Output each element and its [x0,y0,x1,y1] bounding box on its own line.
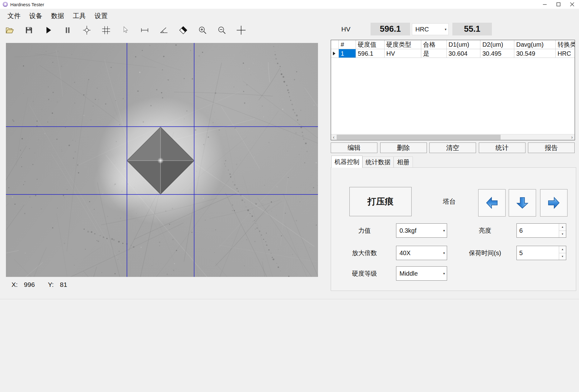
scroll-left-icon[interactable]: ‹ [331,134,336,140]
cell-hardness-value[interactable]: 596.1 [356,49,385,58]
angle-measure-icon[interactable] [159,26,169,35]
minimize-button[interactable] [538,0,552,9]
hardness-tester-window: Hardness Tester 文件 设备 数据 工具 设置 [0,0,579,392]
header-marker [331,40,339,49]
convert-unit-select[interactable]: HRC ▾ [412,23,449,35]
row-marker-icon [333,52,335,55]
menu-data[interactable]: 数据 [47,9,68,23]
pointer-icon[interactable] [121,26,130,35]
machine-control-panel: 打压痕 塔台 力值 0.3kgf ▾ 亮度 6 ▲ [331,167,576,291]
header-davg[interactable]: Davg(um) [514,40,556,49]
table-horizontal-scrollbar: ‹ › [331,134,575,140]
cell-convert-type[interactable]: HRC [556,49,575,58]
header-hardness-value[interactable]: 硬度值 [356,40,385,49]
app-icon [3,2,8,7]
indent-target-icon[interactable] [82,26,91,35]
turret-label: 塔台 [431,187,468,216]
spin-up-icon[interactable]: ▲ [559,246,566,253]
hardness-grade-label: 硬度等级 [343,266,385,281]
length-measure-icon[interactable] [140,26,149,35]
menu-device[interactable]: 设备 [25,9,47,23]
cell-pass[interactable]: 是 [421,49,447,58]
toolbar [5,23,246,37]
header-convert-type[interactable]: 转换类型 [556,40,575,49]
open-icon[interactable] [5,26,14,35]
turret-down-button[interactable] [509,189,536,217]
header-d2[interactable]: D2(um) [480,40,514,49]
specimen-image[interactable] [6,43,318,277]
arrow-left-icon [485,196,499,210]
measure-line-horizontal-1[interactable] [6,126,318,127]
force-value: 0.3kgf [399,224,416,237]
zoom-out-icon[interactable] [217,26,226,35]
cell-d2[interactable]: 30.495 [480,49,514,58]
magnification-value: 40X [399,246,411,260]
maximize-icon [556,2,561,7]
measure-line-horizontal-2[interactable] [6,194,318,195]
stage-coordinates: X: 996 Y: 81 [12,281,67,288]
statistics-button[interactable]: 统计 [479,142,525,153]
dwell-time-stepper[interactable]: 5 ▲ ▼ [516,246,566,260]
primary-unit-label: HV [341,26,350,33]
tab-album[interactable]: 相册 [394,156,413,167]
scrollbar-thumb[interactable] [337,135,501,140]
header-pass[interactable]: 合格 [421,40,447,49]
hardness-grade-select[interactable]: Middle ▾ [396,266,447,281]
measure-line-vertical-1[interactable] [127,43,127,277]
grid-icon[interactable] [101,26,111,35]
header-index[interactable]: # [339,40,356,49]
turret-right-button[interactable] [540,189,567,217]
header-d1[interactable]: D1(um) [447,40,481,49]
cell-index[interactable]: 1 [339,49,356,58]
maximize-button[interactable] [552,0,565,9]
report-button[interactable]: 报告 [528,142,575,153]
table-header-row: # 硬度值 硬度类型 合格 D1(um) D2(um) Davg(um) 转换类… [331,40,575,49]
zoom-in-icon[interactable] [198,26,207,35]
spin-buttons: ▲ ▼ [559,246,566,260]
brightness-label: 亮度 [462,223,508,238]
tab-machine-control[interactable]: 机器控制 [331,156,362,168]
converted-value-display: 55.1 [452,23,492,35]
spin-down-icon[interactable]: ▼ [559,253,566,260]
cell-hardness-type[interactable]: HV [385,49,421,58]
save-icon[interactable] [24,26,34,35]
scroll-right-icon[interactable]: › [569,134,575,140]
edit-button[interactable]: 编辑 [331,142,377,153]
measure-line-vertical-2[interactable] [194,43,194,277]
menu-bar: 文件 设备 数据 工具 设置 [0,9,579,23]
scrollbar-track[interactable] [336,134,569,140]
convert-unit-value: HRC [415,24,429,35]
pause-icon[interactable] [63,26,72,35]
make-indent-button[interactable]: 打压痕 [349,187,412,216]
crosshair-icon[interactable] [236,26,246,35]
header-hardness-type[interactable]: 硬度类型 [385,40,421,49]
brightness-value: 6 [519,224,523,237]
brightness-stepper[interactable]: 6 ▲ ▼ [516,223,566,238]
play-icon[interactable] [44,26,53,35]
title-bar: Hardness Tester [0,0,579,9]
window-title: Hardness Tester [10,2,44,7]
eraser-icon[interactable] [179,26,188,35]
arrow-down-icon [515,196,530,210]
turret-left-button[interactable] [478,189,506,217]
spin-down-icon[interactable]: ▼ [559,231,566,238]
tab-statistics-data[interactable]: 统计数据 [362,156,394,167]
close-button[interactable] [565,0,579,9]
cell-davg[interactable]: 30.549 [514,49,556,58]
table-empty-area [331,58,575,134]
force-select[interactable]: 0.3kgf ▾ [396,223,447,238]
clear-button[interactable]: 清空 [429,142,476,153]
menu-file[interactable]: 文件 [3,9,25,23]
dwell-time-value: 5 [519,246,523,260]
magnification-select[interactable]: 40X ▾ [396,246,447,260]
table-row[interactable]: 1 596.1 HV 是 30.604 30.495 30.549 HRC [331,49,575,58]
cell-d1[interactable]: 30.604 [447,49,481,58]
x-label: X: [12,281,18,288]
spin-up-icon[interactable]: ▲ [559,224,566,231]
force-label: 力值 [343,223,385,238]
delete-button[interactable]: 删除 [380,142,427,153]
microscope-view[interactable] [6,43,318,277]
menu-tools[interactable]: 工具 [68,9,90,23]
spin-buttons: ▲ ▼ [559,224,566,237]
menu-settings[interactable]: 设置 [90,9,112,23]
